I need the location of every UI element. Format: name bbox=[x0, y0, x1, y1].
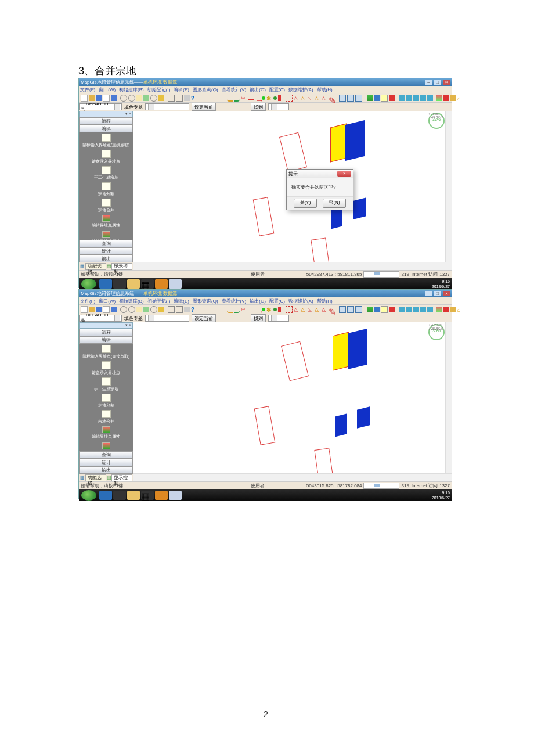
sidebar-btn-flow[interactable]: 流程 bbox=[79, 117, 133, 125]
grid2-icon[interactable] bbox=[176, 306, 183, 313]
horizontal-scrollbar[interactable] bbox=[133, 262, 452, 270]
table1-icon[interactable] bbox=[339, 95, 346, 102]
legend-icon[interactable] bbox=[381, 306, 388, 313]
table3-icon[interactable] bbox=[355, 95, 362, 102]
map-canvas[interactable]: 30% ↑ 4.7K/S↓ 25.8K/S bbox=[133, 322, 452, 474]
grid1-icon[interactable] bbox=[168, 95, 175, 102]
a3-icon[interactable] bbox=[413, 307, 419, 312]
find-combo[interactable] bbox=[268, 103, 289, 110]
tab-func[interactable]: 功能选择 bbox=[85, 263, 106, 270]
tri4-icon[interactable]: △ bbox=[315, 307, 320, 312]
layer-combo[interactable]: 1: DEFAULT1号 bbox=[79, 315, 122, 322]
menu-viewstat[interactable]: 查看统计(V) bbox=[222, 298, 247, 304]
saveas-icon[interactable] bbox=[103, 95, 110, 102]
line-icon[interactable] bbox=[248, 99, 254, 100]
sidebar-btn-query[interactable]: 查询 bbox=[79, 240, 133, 247]
taskbar-ie-icon[interactable] bbox=[99, 491, 112, 500]
menu-initreg[interactable]: 初始登记(I) bbox=[147, 298, 171, 304]
grid2-icon[interactable] bbox=[176, 95, 183, 102]
sidebar-item-merge[interactable]: 宗地合并 bbox=[79, 197, 133, 214]
sidebar-item-mouse-jzd[interactable]: 鼠标输入界址点(直接点取) bbox=[79, 132, 133, 149]
dot-icon[interactable] bbox=[262, 96, 265, 100]
table3-icon[interactable] bbox=[355, 306, 362, 313]
taskbar-ie-icon[interactable] bbox=[99, 279, 112, 289]
taskbar-media-icon[interactable]: ▦ bbox=[141, 279, 154, 289]
chart-icon[interactable] bbox=[374, 95, 380, 101]
menu-datamaint[interactable]: 数据维护(A) bbox=[288, 87, 313, 93]
undo-icon[interactable] bbox=[227, 95, 233, 102]
home-icon[interactable]: ⌂ bbox=[457, 307, 463, 312]
sidebar-item-jzd-attr[interactable]: 编辑界址点属性 bbox=[79, 425, 133, 441]
taskbar-lib-icon[interactable] bbox=[113, 279, 126, 289]
undo-icon[interactable] bbox=[227, 306, 233, 313]
table2-icon[interactable] bbox=[347, 95, 354, 102]
lock-icon[interactable] bbox=[158, 95, 164, 101]
minimize-button[interactable]: – bbox=[425, 291, 432, 296]
a5-icon[interactable] bbox=[427, 95, 433, 101]
menu-gquery[interactable]: 图形查询(Q) bbox=[193, 298, 218, 304]
taskbar-app1-icon[interactable] bbox=[155, 279, 168, 289]
vertical-scrollbar[interactable] bbox=[445, 111, 452, 262]
menu-file[interactable]: 文件(F) bbox=[80, 87, 95, 93]
horizontal-scrollbar[interactable] bbox=[133, 473, 452, 481]
refresh-icon[interactable] bbox=[150, 306, 157, 313]
tri5-icon[interactable]: △ bbox=[322, 95, 327, 101]
menu-output[interactable]: 输出(O) bbox=[250, 87, 266, 93]
a5-icon[interactable] bbox=[427, 307, 433, 312]
taskbar-explorer-icon[interactable] bbox=[127, 279, 140, 289]
tri5-icon[interactable]: △ bbox=[322, 307, 327, 312]
dot2-icon[interactable] bbox=[273, 308, 277, 311]
sidebar-header[interactable]: ▾ × bbox=[79, 322, 133, 329]
a1-icon[interactable] bbox=[399, 95, 405, 101]
dialog-yes-button[interactable]: 是(Y) bbox=[294, 199, 317, 208]
print-icon[interactable] bbox=[184, 307, 190, 312]
copy-icon[interactable] bbox=[143, 307, 149, 312]
maximize-button[interactable]: □ bbox=[434, 291, 441, 296]
a2-icon[interactable] bbox=[406, 307, 412, 312]
redo-icon[interactable] bbox=[234, 306, 240, 313]
sidebar-item-merge[interactable]: 宗地合并 bbox=[79, 409, 133, 425]
open-icon[interactable] bbox=[89, 307, 95, 312]
folder-icon[interactable] bbox=[450, 307, 456, 312]
new-icon[interactable] bbox=[81, 306, 88, 313]
print-icon[interactable] bbox=[184, 95, 190, 101]
zoom-slider[interactable] bbox=[363, 271, 399, 278]
dialog-no-button[interactable]: 否(N) bbox=[323, 199, 346, 208]
sidebar-btn-query[interactable]: 查询 bbox=[79, 451, 133, 459]
sidebar-item-split[interactable]: 宗地分割 bbox=[79, 393, 133, 409]
taskbar-app1-icon[interactable] bbox=[155, 491, 168, 500]
sidebar-btn-edit[interactable]: 编辑 bbox=[79, 125, 133, 132]
help-icon[interactable]: ? bbox=[191, 307, 197, 312]
menu-initreg[interactable]: 初始登记(I) bbox=[147, 87, 171, 93]
menu-viewstat[interactable]: 查看统计(V) bbox=[222, 87, 247, 93]
menu-window[interactable]: 窗口(W) bbox=[99, 298, 116, 304]
system-tray[interactable] bbox=[406, 492, 430, 499]
menu-help[interactable]: 帮助(H) bbox=[317, 87, 333, 93]
stamp-icon[interactable] bbox=[443, 95, 449, 101]
saveall-icon[interactable] bbox=[111, 307, 117, 312]
zoomout-icon[interactable] bbox=[128, 306, 135, 313]
new-icon[interactable] bbox=[81, 95, 88, 102]
menu-edit[interactable]: 编辑(E) bbox=[174, 87, 189, 93]
snap-icon[interactable] bbox=[286, 95, 293, 102]
saveall-icon[interactable] bbox=[111, 95, 117, 101]
a4-icon[interactable] bbox=[420, 307, 426, 312]
legend-icon[interactable] bbox=[381, 95, 388, 102]
layers-icon[interactable] bbox=[367, 95, 373, 101]
tri2-icon[interactable]: △ bbox=[301, 95, 306, 101]
grid1-icon[interactable] bbox=[168, 306, 175, 313]
sidebar-btn-output[interactable]: 输出 bbox=[79, 466, 133, 474]
gear-icon[interactable]: ✽ bbox=[266, 95, 272, 101]
sidebar-btn-edit[interactable]: 编辑 bbox=[79, 336, 133, 344]
a3-icon[interactable] bbox=[413, 95, 419, 101]
map-canvas[interactable]: 33% ↑ 7K/S↓ 49.8K/S 提示 × 确实要合并这两区吗? 是(Y)… bbox=[133, 111, 452, 262]
sidebar-btn-output[interactable]: 输出 bbox=[79, 255, 133, 262]
menu-file[interactable]: 文件(F) bbox=[80, 298, 95, 304]
zoomin-icon[interactable] bbox=[120, 306, 127, 313]
dialog-close-button[interactable]: × bbox=[337, 171, 351, 177]
tri1-icon[interactable]: △ bbox=[294, 95, 300, 101]
menu-edit[interactable]: 编辑(E) bbox=[174, 298, 189, 304]
lock-icon[interactable] bbox=[158, 307, 164, 312]
marker-icon[interactable] bbox=[278, 307, 281, 312]
minimize-button[interactable]: – bbox=[425, 80, 432, 85]
